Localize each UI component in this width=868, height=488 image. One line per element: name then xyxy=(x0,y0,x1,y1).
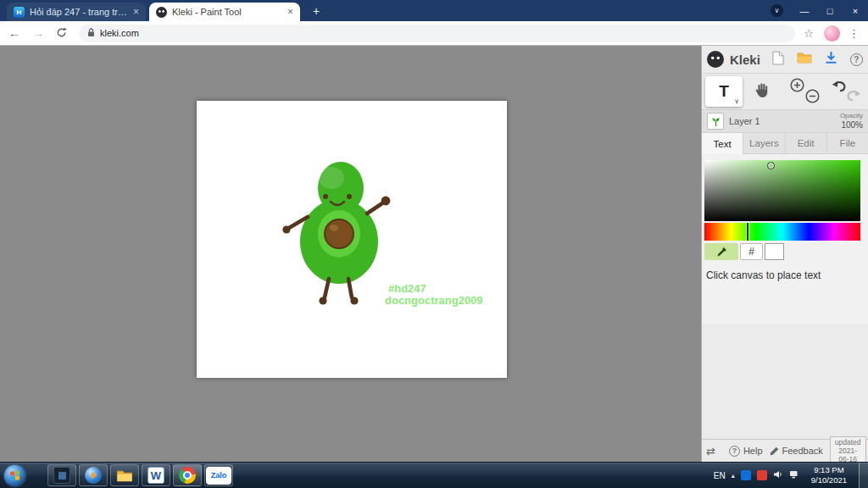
profile-avatar[interactable] xyxy=(824,25,840,42)
avocado-body xyxy=(300,162,378,284)
media-player-button[interactable] xyxy=(79,464,108,486)
back-icon[interactable]: ← xyxy=(8,27,20,39)
text-tool-hint: Click canvas to place text xyxy=(706,269,821,281)
watermark-username: docngoctrang2009 xyxy=(385,295,483,306)
avocado-drawing xyxy=(197,101,507,378)
zoom-in-icon[interactable] xyxy=(790,78,804,96)
help-button[interactable]: ? Help xyxy=(729,446,763,457)
volume-icon[interactable] xyxy=(773,468,783,483)
taskbar-app-button-1[interactable] xyxy=(47,464,76,486)
chrome-icon xyxy=(179,467,196,484)
media-player-icon xyxy=(85,467,102,484)
taskbar-clock[interactable]: 9:13 PM 9/10/2021 xyxy=(805,465,853,485)
bookmark-star-icon[interactable]: ☆ xyxy=(804,27,814,40)
hidden-icons-caret[interactable]: ▴ xyxy=(732,472,735,480)
eyedropper-button[interactable] xyxy=(704,243,738,260)
active-layer-bar[interactable]: Layer 1 Opacity 100% xyxy=(702,109,868,133)
watermark-hashtag: #hd247 xyxy=(388,283,426,294)
eyedropper-icon xyxy=(716,247,727,258)
tab-file[interactable]: File xyxy=(827,133,868,154)
window-controls: — □ × xyxy=(792,0,868,21)
tab-text[interactable]: Text xyxy=(702,133,743,154)
swap-arrows-icon[interactable]: ⇄ xyxy=(706,445,715,458)
tab-edit[interactable]: Edit xyxy=(786,133,827,154)
kleki-header: Kleki ? xyxy=(702,46,868,74)
help-icon[interactable]: ? xyxy=(850,53,863,66)
tab-kleki[interactable]: Kleki - Paint Tool × xyxy=(149,3,300,21)
network-icon[interactable] xyxy=(789,468,799,483)
kleki-panel: Kleki ? T ∨ xyxy=(701,46,868,462)
app-icon xyxy=(53,467,70,484)
layer-thumbnail[interactable] xyxy=(707,113,724,130)
tab-close-icon[interactable]: × xyxy=(133,7,139,17)
chrome-button[interactable] xyxy=(173,464,202,486)
text-tab-content: # Click canvas to place text xyxy=(702,154,868,324)
hand-tool-icon[interactable] xyxy=(753,81,771,103)
browser-navbar: ← → kleki.com ☆ ⋮ xyxy=(0,21,868,46)
windows-flag-icon xyxy=(10,470,19,480)
start-button[interactable] xyxy=(4,465,25,486)
reload-icon[interactable] xyxy=(56,27,67,40)
screen: H Hỏi đáp 247 - trang tra loi × Kleki - … xyxy=(0,0,868,488)
zalo-button[interactable]: Zalo xyxy=(204,464,233,486)
kleki-tab-row: Text Layers Edit File xyxy=(702,133,868,154)
new-tab-button[interactable]: + xyxy=(309,3,324,19)
url-text: kleki.com xyxy=(100,28,139,38)
tab-hoidap247[interactable]: H Hỏi đáp 247 - trang tra loi × xyxy=(7,3,146,21)
tab-layers[interactable]: Layers xyxy=(743,133,785,154)
maximize-button[interactable]: □ xyxy=(817,0,843,21)
forward-icon[interactable]: → xyxy=(32,27,44,39)
undo-icon[interactable] xyxy=(832,79,847,96)
browser-menu-icon[interactable]: ⋮ xyxy=(849,27,860,40)
hoidap247-favicon: H xyxy=(14,7,25,18)
lock-icon xyxy=(87,25,95,41)
color-saturation-picker[interactable] xyxy=(704,160,860,221)
feedback-button[interactable]: Feedback xyxy=(770,446,823,456)
color-picker-cursor[interactable] xyxy=(767,162,775,169)
tab-title: Hỏi đáp 247 - trang tra loi xyxy=(30,7,128,17)
new-image-icon[interactable] xyxy=(772,51,784,69)
hue-slider-cursor[interactable] xyxy=(747,223,748,241)
pencil-icon xyxy=(770,446,779,456)
tray-app-icon[interactable] xyxy=(741,470,751,480)
word-button[interactable]: W xyxy=(142,464,170,486)
hue-slider[interactable] xyxy=(704,223,860,241)
download-icon[interactable] xyxy=(825,52,837,68)
current-color-swatch[interactable] xyxy=(765,243,784,260)
help-circle-icon: ? xyxy=(729,446,740,457)
zalo-icon: Zalo xyxy=(206,467,231,485)
address-bar[interactable]: kleki.com xyxy=(79,25,795,42)
layer-opacity[interactable]: Opacity 100% xyxy=(840,113,863,130)
close-button[interactable]: × xyxy=(843,0,868,21)
kleki-favicon xyxy=(156,7,167,18)
tab-title: Kleki - Paint Tool xyxy=(172,7,282,17)
kleki-toolbar: T ∨ xyxy=(702,74,868,109)
kleki-logo-icon[interactable] xyxy=(707,51,724,68)
sprout-icon xyxy=(710,116,721,127)
kleki-footer: ⇄ ? Help Feedback updated 2021-06-16 xyxy=(702,439,868,462)
show-desktop-button[interactable] xyxy=(859,463,868,488)
zoom-out-icon[interactable] xyxy=(805,89,820,107)
word-icon: W xyxy=(147,467,164,484)
redo-icon[interactable] xyxy=(846,88,861,105)
system-tray: EN ▴ 9:13 PM 9/10/2021 xyxy=(714,463,868,488)
paint-canvas[interactable]: #hd247 docngoctrang2009 xyxy=(197,101,507,378)
color-controls-row: # xyxy=(704,243,784,260)
file-explorer-button[interactable] xyxy=(110,464,139,486)
windows-taskbar: W Zalo EN ▴ 9:13 PM 9/10/2021 xyxy=(0,462,868,488)
layer-name: Layer 1 xyxy=(729,116,760,126)
hex-input-button[interactable]: # xyxy=(740,243,763,260)
browser-tab-strip: H Hỏi đáp 247 - trang tra loi × Kleki - … xyxy=(0,0,868,21)
folder-icon xyxy=(116,469,133,482)
chevron-down-icon: ∨ xyxy=(734,97,739,105)
tray-notification-icon[interactable] xyxy=(757,470,767,480)
open-folder-icon[interactable] xyxy=(797,52,812,67)
minimize-button[interactable]: — xyxy=(792,0,817,21)
text-tool-button[interactable]: T ∨ xyxy=(705,76,743,107)
tab-close-icon[interactable]: × xyxy=(287,7,293,17)
kleki-brand: Kleki xyxy=(730,53,760,67)
tab-search-icon[interactable]: ∨ xyxy=(771,4,783,17)
language-indicator[interactable]: EN xyxy=(714,471,726,480)
